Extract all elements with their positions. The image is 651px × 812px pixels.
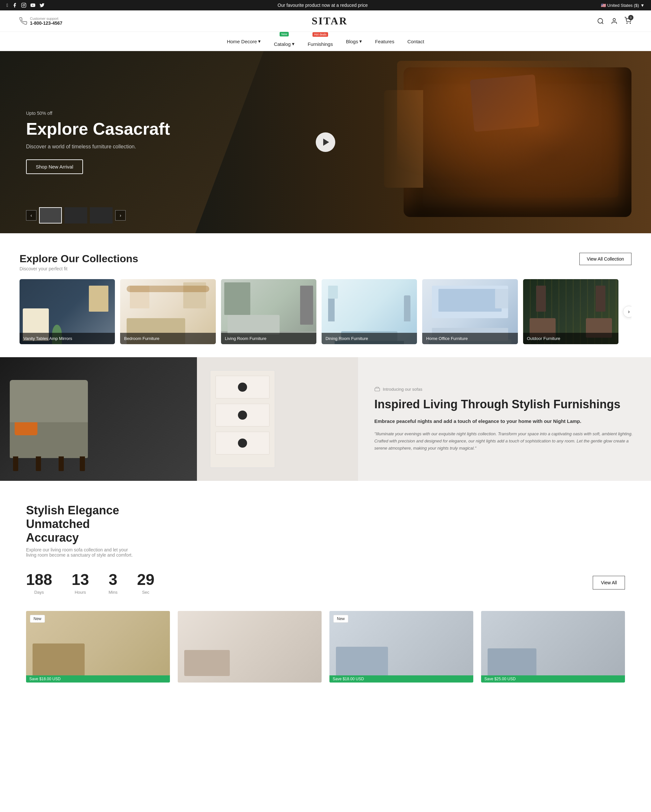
products-row: New Save $18.00 USD New Save $18.00 USD [0,611,651,702]
featured-secondary-image [197,357,358,481]
search-icon[interactable] [597,18,604,25]
instagram-icon[interactable] [21,3,26,8]
cart-icon-container[interactable]: 0 [624,17,631,25]
hero-pillow [470,75,539,132]
product-card-4[interactable]: Save $25.00 USD [481,611,625,682]
svg-point-2 [25,4,25,4]
cart-count: 0 [628,15,633,20]
featured-images [0,357,358,481]
stat-mins: 3 Mins [108,571,117,595]
nav-item-home-decore[interactable]: Home Decore ▾ [227,38,261,44]
twitter-icon[interactable] [40,3,44,8]
collection-card-office[interactable]: Home Office Furniture [422,279,518,344]
introducing-tag: Introducing our sofas [374,386,635,392]
nav-item-blogs[interactable]: Blogs ▾ [346,38,362,44]
announce-text: Our favourite product now at a reduced p… [278,3,368,8]
product-4-save-badge: Save $25.00 USD [481,675,625,682]
stats-title: Stylish Elegance Unmatched Accuracy [26,504,137,545]
featured-highlight: Embrace peaceful nights and add a touch … [374,418,635,425]
stats-row: 188 Days 13 Hours 3 Mins 29 Sec View All [26,571,625,595]
header-actions: 0 [597,17,631,25]
stat-hours: 13 Hours [72,571,89,595]
collection-label-vanity: Vanity Tables Amp Mirrors [20,333,115,344]
collection-label-bedroom: Bedroom Furniture [120,333,215,344]
svg-point-6 [627,23,627,23]
featured-title: Inspired Living Through Stylish Furnishi… [374,397,635,411]
announce-bar:  Our favourite product now at a reduced… [0,0,651,11]
featured-text: Introducing our sofas Inspired Living Th… [358,357,651,481]
hero-next-button[interactable]: › [115,210,126,221]
collection-card-living[interactable]: Living Room Furniture [221,279,316,344]
nav-item-contact[interactable]: Contact [407,39,424,44]
header: Customer support 1-800-123-4567 SITAR 0 [0,11,651,32]
nav-item-furnishings[interactable]: Hot deals Furnishings [307,36,333,47]
featured-main-image [0,357,197,481]
svg-rect-8 [375,388,380,391]
collection-label-living: Living Room Furniture [221,333,316,344]
product-1-badge: New [30,615,45,623]
svg-point-7 [630,23,631,23]
svg-point-5 [613,18,615,20]
hero-thumb-2[interactable] [64,207,87,223]
hero-prev-button[interactable]: ‹ [26,210,37,221]
collection-card-vanity[interactable]: Vanity Tables Amp Mirrors [20,279,115,344]
hero-content: Upto 50% off Explore Casacraft Discover … [0,111,170,174]
play-button[interactable] [316,133,335,152]
collection-card-bedroom[interactable]: Bedroom Furniture [120,279,215,344]
hero-thumb-1[interactable] [39,207,62,223]
chair-illustration [10,374,101,471]
nav-item-features[interactable]: Features [375,39,394,44]
social-icons:  [6,3,44,8]
product-3-badge: New [333,615,348,623]
stat-days: 188 Days [26,571,52,595]
collections-next-button[interactable]: › [623,306,631,317]
product-card-3[interactable]: New Save $18.00 USD [329,611,473,682]
hero-tag: Upto 50% off [26,111,170,116]
hero-thumb-3[interactable] [90,207,113,223]
product-card-2[interactable] [178,611,322,682]
facebook-icon[interactable] [12,3,17,8]
customer-support-label: Customer support [30,17,63,20]
stats-numbers: 188 Days 13 Hours 3 Mins 29 Sec [26,571,567,595]
collections-grid: Vanity Tables Amp Mirrors Bedroom Furnit… [20,279,631,344]
featured-section: Introducing our sofas Inspired Living Th… [0,357,651,481]
svg-rect-0 [21,3,26,7]
svg-point-1 [23,4,24,6]
phone-icon [20,17,28,25]
hero-navigation: ‹ › [26,207,126,223]
logo[interactable]: SITAR [312,15,348,27]
drawer-illustration [210,370,275,468]
customer-support: Customer support 1-800-123-4567 [20,17,63,26]
collections-header: Explore Our Collections Discover your pe… [20,253,631,271]
youtube-icon[interactable] [30,3,35,8]
collection-card-dining[interactable]: Dining Room Furniture [322,279,417,344]
main-nav: Home Decore ▾ New Catalog ▾ Hot deals Fu… [0,32,651,51]
collections-section: Explore Our Collections Discover your pe… [0,233,651,357]
featured-quote: "Illuminate your evenings with our exqui… [374,430,635,452]
nav-item-catalog[interactable]: New Catalog ▾ [274,36,295,47]
product-card-1[interactable]: New Save $18.00 USD [26,611,170,682]
stat-secs: 29 Sec [137,571,154,595]
phone-number[interactable]: 1-800-123-4567 [30,20,63,26]
hero-title: Explore Casacraft [26,119,170,139]
collection-label-dining: Dining Room Furniture [322,333,417,344]
sofa-icon [374,386,380,392]
collection-card-outdoor[interactable]: Outdoor Furniture [523,279,619,344]
product-3-save-badge: Save $18.00 USD [329,675,473,682]
stats-view-all-button[interactable]: View All [593,576,625,589]
facebook-icon[interactable]:  [6,3,8,8]
collection-label-office: Home Office Furniture [422,333,518,344]
furnishings-badge: Hot deals [312,32,328,37]
stats-section: Stylish Elegance Unmatched Accuracy Expl… [0,481,651,611]
catalog-badge: New [280,32,289,37]
hero-cta-button[interactable]: Shop New Arrival [26,159,83,174]
region-selector[interactable]: 🇺🇸 United States ($) ▼ [601,3,645,8]
collections-title: Explore Our Collections [20,253,138,265]
collection-label-outdoor: Outdoor Furniture [523,333,619,344]
collections-subtitle: Discover your perfect fit [20,266,138,271]
view-all-collections-button[interactable]: View All Collection [579,253,631,265]
hero-section: Upto 50% off Explore Casacraft Discover … [0,51,651,233]
account-icon[interactable] [611,18,618,25]
product-1-save-badge: Save $18.00 USD [26,675,170,682]
svg-point-4 [598,18,603,23]
